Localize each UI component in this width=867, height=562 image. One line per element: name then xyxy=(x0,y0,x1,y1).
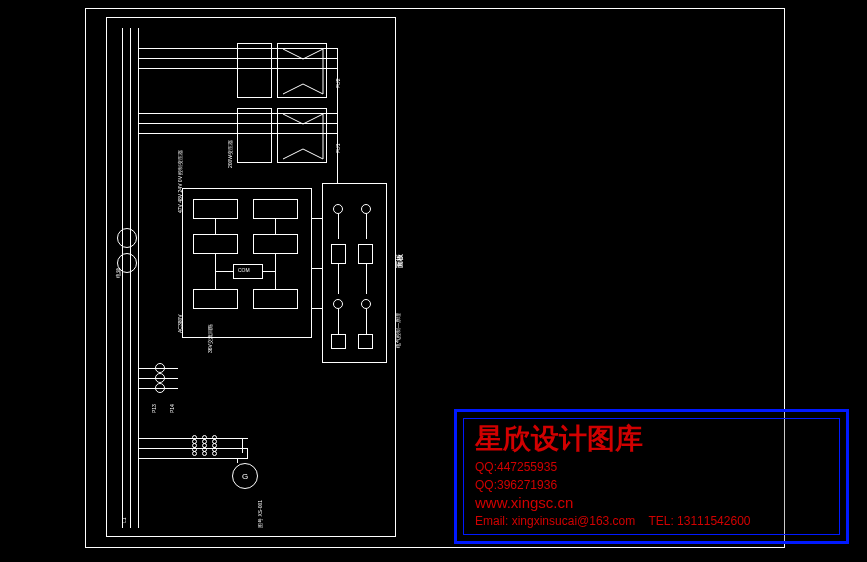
relay-km2-b xyxy=(253,234,298,254)
xt-label: 200W变压器 xyxy=(227,140,233,168)
p14-label: P14 xyxy=(169,404,175,413)
email-label: Email: xyxy=(475,514,508,528)
aux-panel xyxy=(322,183,387,363)
terminal-a1 xyxy=(333,204,343,214)
relay-fr1 xyxy=(193,289,238,309)
bus-l2 xyxy=(130,28,131,528)
contactor-block-1 xyxy=(237,43,272,98)
bus-l1 xyxy=(122,28,123,528)
source-circle-1 xyxy=(117,228,137,248)
com-label: COM xyxy=(238,267,250,273)
overload-block-1 xyxy=(277,43,327,98)
bus380-label: AC380V xyxy=(177,314,183,333)
title-main: 面板 xyxy=(395,254,405,268)
fu2-label: FU2 xyxy=(335,79,341,88)
aux-sw-4 xyxy=(358,334,373,349)
relay-fr2 xyxy=(253,289,298,309)
fu1-label: FU1 xyxy=(335,144,341,153)
control-block: COM xyxy=(182,188,312,338)
cap-label: 47V 48V 24V 0V 控制变压器 xyxy=(177,150,183,213)
drawing-frame: L1 电源 FU2 FU1 200W变压器 xyxy=(106,17,396,537)
relay-km2-a xyxy=(193,234,238,254)
drawing-ref: 图号 XS-001 xyxy=(257,500,263,528)
watermark-qq2: QQ:396271936 xyxy=(475,476,828,494)
overload-block-2 xyxy=(277,108,327,163)
terminal-b1 xyxy=(333,299,343,309)
aux-sw-2 xyxy=(358,244,373,264)
fuse-c1 xyxy=(155,363,165,373)
source-label: 电源 xyxy=(115,268,121,278)
coil-group-2 xyxy=(202,435,207,455)
l1-label: L1 xyxy=(121,517,127,523)
coil-group-1 xyxy=(192,435,197,455)
watermark-panel: 星欣设计图库 QQ:447255935 QQ:396271936 www.xin… xyxy=(454,409,849,544)
terminal-b2 xyxy=(361,299,371,309)
tel-value: 13111542600 xyxy=(677,514,750,528)
terminal-a2 xyxy=(361,204,371,214)
watermark-title: 星欣设计图库 xyxy=(475,420,828,458)
email-value: xingxinsucai@163.com xyxy=(512,514,636,528)
watermark-url: www.xingsc.cn xyxy=(475,494,828,512)
fuse-c2 xyxy=(155,373,165,383)
aux-sw-3 xyxy=(331,334,346,349)
watermark-qq1: QQ:447255935 xyxy=(475,458,828,476)
p13-label: P13 xyxy=(151,404,157,413)
bus-l3 xyxy=(138,28,139,528)
relay-km1-a xyxy=(193,199,238,219)
title-sub: 电气控制—原理 xyxy=(395,313,401,348)
fuse-c3 xyxy=(155,383,165,393)
label-36v: 36V交流回路 xyxy=(207,324,213,353)
g-label: G xyxy=(242,472,248,481)
relay-km1-b xyxy=(253,199,298,219)
aux-sw-1 xyxy=(331,244,346,264)
contactor-block-2 xyxy=(237,108,272,163)
watermark-contact: Email: xingxinsucai@163.com TEL: 1311154… xyxy=(475,512,828,530)
coil-group-3 xyxy=(212,435,217,455)
tel-label: TEL: xyxy=(648,514,673,528)
